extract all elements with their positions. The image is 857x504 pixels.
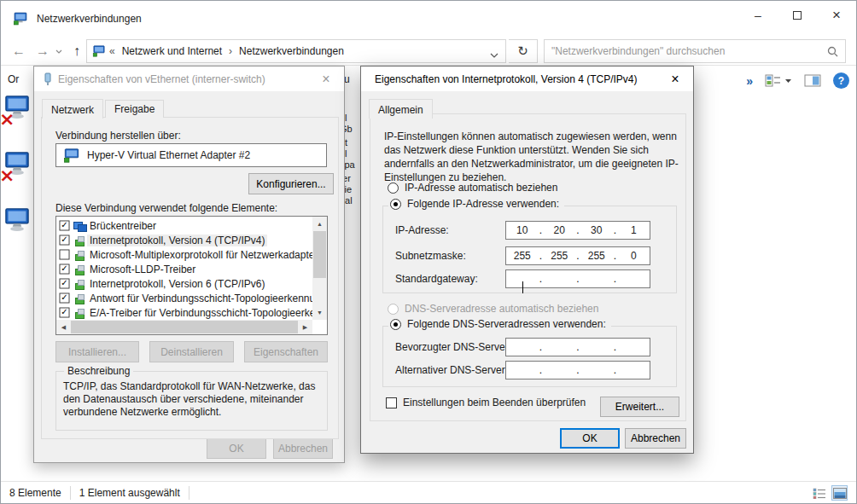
subnet-mask-field[interactable]: 255. 255. 255. 0 <box>505 246 650 265</box>
ok-button[interactable]: OK <box>560 428 620 449</box>
minimize-button[interactable]: – <box>738 1 778 30</box>
checkbox[interactable] <box>60 264 70 275</box>
preview-pane-button[interactable] <box>804 74 821 87</box>
octet[interactable]: 255 <box>544 250 576 262</box>
octet[interactable]: 30 <box>580 224 613 236</box>
refresh-button[interactable]: ↻ <box>509 39 538 63</box>
manual-ip-groupbox: Folgende IP-Adresse verwenden: IP-Adress… <box>382 206 677 293</box>
checkbox[interactable] <box>60 279 70 289</box>
scroll-down-icon[interactable]: ▼ <box>312 305 327 320</box>
details-view-icon <box>813 488 826 499</box>
item-label: Microsoft-Multiplexorprotokoll für Netzw… <box>87 249 312 261</box>
cancel-button[interactable]: Abbrechen <box>273 437 333 459</box>
back-button[interactable]: ← <box>8 37 30 66</box>
dialog-title: Eigenschaften von Internetprotokoll, Ver… <box>375 73 638 85</box>
vertical-scrollbar[interactable]: ▲ ▼ <box>312 217 327 320</box>
radio-manual-ip[interactable]: Folgende IP-Adresse verwenden: <box>388 198 564 210</box>
subnet-mask-label: Subnetzmaske: <box>395 250 466 262</box>
network-adapter-item[interactable]: × <box>1 95 33 151</box>
radio-icon[interactable] <box>390 319 401 330</box>
view-options-button[interactable] <box>765 74 792 87</box>
history-dropdown[interactable] <box>52 37 66 66</box>
checkbox[interactable] <box>60 308 70 318</box>
validate-checkbox-label: Einstellungen beim Beenden überprüfen <box>403 397 586 408</box>
scroll-up-icon[interactable]: ▲ <box>312 217 327 231</box>
alternate-dns-label: Alternativer DNS-Server: <box>395 364 508 376</box>
breadcrumb-guillemet: « <box>109 45 115 57</box>
scroll-left-icon[interactable]: ◀ <box>56 320 71 334</box>
preferred-dns-label: Bevorzugter DNS-Server: <box>395 341 511 353</box>
tab-netzwerk[interactable]: Netzwerk <box>42 99 103 119</box>
search-placeholder: "Netzwerkverbindungen" durchsuchen <box>551 45 827 57</box>
octet[interactable]: 255 <box>506 250 539 262</box>
adapter-name: Hyper-V Virtual Ethernet Adapter #2 <box>87 149 250 161</box>
toolbar-overflow-button[interactable]: » <box>746 74 753 88</box>
octet[interactable]: 20 <box>544 224 576 236</box>
octet[interactable]: 10 <box>506 224 539 236</box>
network-adapter-item[interactable] <box>1 207 33 264</box>
tab-allgemein[interactable]: Allgemein <box>369 99 433 119</box>
ip-address-field[interactable]: 10. 20. 30. 1 <box>505 221 650 240</box>
advanced-button[interactable]: Erweitert... <box>600 397 679 417</box>
cancel-button[interactable]: Abbrechen <box>625 428 686 449</box>
properties-button[interactable]: Eigenschaften <box>244 341 328 362</box>
title-bar: Netzwerkverbindungen – × <box>1 1 856 37</box>
list-item[interactable]: Internetprotokoll, Version 4 (TCP/IPv4) <box>56 233 312 247</box>
component-icon <box>73 278 87 290</box>
checkbox[interactable] <box>60 235 70 246</box>
radio-manual-dns[interactable]: Folgende DNS-Serveradressen verwenden: <box>388 318 611 330</box>
breadcrumb-separator: › <box>229 45 232 57</box>
octet[interactable]: 255 <box>580 250 613 262</box>
validate-settings-row[interactable]: Einstellungen beim Beenden überprüfen <box>386 397 586 408</box>
toolbar-fragment-organize[interactable]: Or <box>8 73 33 85</box>
components-listbox[interactable]: Brückentreiber Internetprotokoll, Versio… <box>55 216 328 335</box>
alternate-dns-field[interactable]: . . . <box>505 361 650 379</box>
list-item[interactable]: E/A-Treiber für Verbindungsschicht-Topol… <box>56 305 312 320</box>
checkbox[interactable] <box>60 293 70 304</box>
validate-checkbox[interactable] <box>386 397 397 408</box>
thumbnail-view-button[interactable] <box>831 485 848 501</box>
checkbox[interactable] <box>60 221 70 231</box>
scroll-thumb[interactable] <box>313 231 326 278</box>
maximize-button[interactable] <box>778 1 817 30</box>
network-adapter-item[interactable]: × <box>1 151 33 207</box>
up-button[interactable]: ↑ <box>66 37 88 66</box>
scroll-thumb[interactable] <box>71 321 298 333</box>
component-icon <box>73 264 87 275</box>
configure-button[interactable]: Konfigurieren... <box>248 173 334 194</box>
breadcrumb-parent[interactable]: Netzwerk und Internet <box>122 45 222 57</box>
radio-label: DNS-Serveradresse automatisch beziehen <box>405 303 598 315</box>
help-button[interactable]: ? <box>833 72 849 89</box>
scroll-right-icon[interactable]: ▶ <box>298 320 312 334</box>
close-icon[interactable]: × <box>317 70 335 89</box>
tab-freigabe[interactable]: Freigabe <box>105 100 164 118</box>
details-view-button[interactable] <box>811 485 827 501</box>
radio-icon[interactable] <box>390 199 401 210</box>
radio-icon <box>388 304 399 315</box>
uninstall-button[interactable]: Deinstallieren <box>149 341 234 362</box>
ok-button[interactable]: OK <box>207 437 266 459</box>
component-icon <box>73 307 87 319</box>
list-item[interactable]: Microsoft-Multiplexorprotokoll für Netzw… <box>56 247 312 262</box>
address-bar[interactable]: « Netzwerk und Internet › Netzwerkverbin… <box>86 39 506 63</box>
close-icon[interactable]: × <box>666 70 685 89</box>
gateway-field[interactable]: . . . <box>505 269 650 288</box>
radio-auto-ip[interactable]: IP-Adresse automatisch beziehen <box>388 182 557 194</box>
octet[interactable]: 0 <box>618 250 650 262</box>
address-dropdown[interactable] <box>490 49 498 61</box>
preferred-dns-field[interactable]: . . . <box>505 338 650 356</box>
checkbox[interactable] <box>60 250 70 260</box>
forward-button[interactable]: → <box>32 37 54 66</box>
list-item[interactable]: Microsoft-LLDP-Treiber <box>56 262 312 276</box>
horizontal-scrollbar[interactable]: ◀ ▶ <box>56 320 312 334</box>
radio-icon[interactable] <box>388 182 399 194</box>
octet[interactable]: 1 <box>618 224 650 236</box>
close-button[interactable]: × <box>817 1 856 30</box>
explorer-window: Netzwerkverbindungen – × ← → ↑ « Netzwer… <box>0 0 857 504</box>
install-button[interactable]: Installieren... <box>55 341 139 362</box>
breadcrumb-current[interactable]: Netzwerkverbindungen <box>239 45 344 57</box>
list-item[interactable]: Internetprotokoll, Version 6 (TCP/IPv6) <box>56 276 312 291</box>
list-item[interactable]: Antwort für Verbindungsschicht-Topologie… <box>56 291 312 305</box>
list-item[interactable]: Brückentreiber <box>56 218 312 233</box>
search-box[interactable]: "Netzwerkverbindungen" durchsuchen <box>544 39 846 63</box>
